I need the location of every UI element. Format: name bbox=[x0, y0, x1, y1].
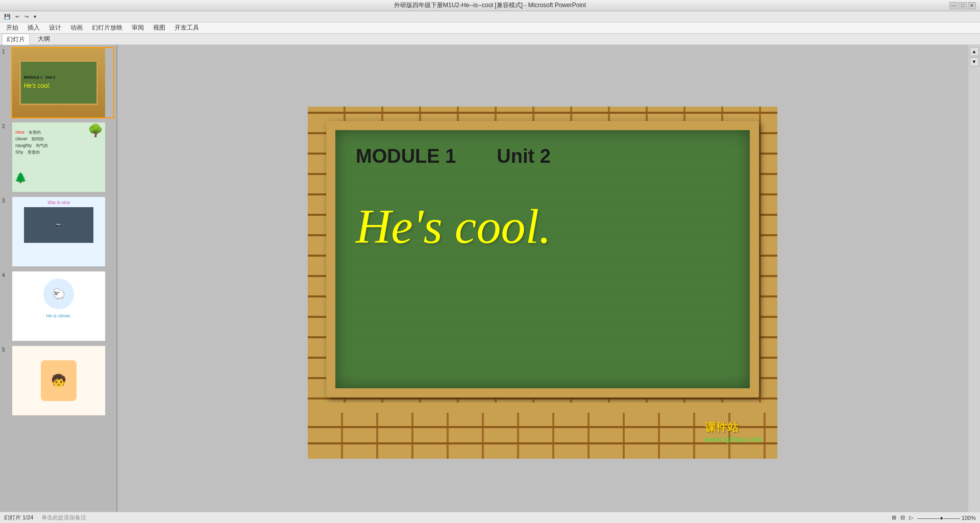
save-btn[interactable]: 💾 bbox=[2, 13, 12, 20]
chalkboard: MODULE 1 Unit 2 He's cool. bbox=[326, 121, 759, 397]
undo-btn[interactable]: ↩ bbox=[13, 13, 21, 20]
menu-developer[interactable]: 开发工具 bbox=[170, 22, 203, 33]
word-clever-cn: 聪明的 bbox=[32, 136, 44, 142]
ledge-top-strip bbox=[308, 403, 777, 413]
watermark: 课件站 www.kjzhan.com bbox=[705, 420, 762, 443]
tab-outline[interactable]: 大纲 bbox=[34, 34, 54, 44]
slide-preview-4[interactable]: 🐑 He is clever. bbox=[11, 270, 114, 342]
watermark-url: www.kjzhan.com bbox=[705, 435, 762, 443]
slide-thumb-5: 5 🧒 bbox=[2, 345, 114, 416]
s3-title: She is nice bbox=[15, 200, 102, 205]
status-bar: 幻灯片 1/24 单击此处添加备注 ⊞ ⊟ ▷ ————●——— 100% bbox=[0, 512, 980, 523]
normal-view-btn[interactable]: ⊞ bbox=[892, 514, 896, 521]
slideshow-btn[interactable]: ▷ bbox=[909, 514, 913, 521]
tab-slides[interactable]: 幻灯片 bbox=[2, 34, 30, 45]
slide-num-1: 1 bbox=[2, 47, 9, 55]
slide-panel[interactable]: 1 MODULE 1 Unit 2 He's cool. 2 bbox=[0, 45, 117, 520]
word-nice-cn: 友善的 bbox=[29, 130, 41, 135]
slide-thumb-3: 3 She is nice 📷 bbox=[2, 196, 114, 267]
slide-preview-1[interactable]: MODULE 1 Unit 2 He's cool. bbox=[11, 47, 114, 118]
s4-caption: He is clever. bbox=[46, 313, 71, 318]
slide-num-5: 5 bbox=[2, 345, 9, 353]
slide-area: MODULE 1 Unit 2 He's cool. 课件站 www.kjzha… bbox=[117, 45, 968, 520]
main-slide[interactable]: MODULE 1 Unit 2 He's cool. 课件站 www.kjzha… bbox=[308, 107, 777, 459]
redo-btn[interactable]: ↪ bbox=[22, 13, 31, 20]
s5-character: 🧒 bbox=[41, 360, 77, 401]
slide-thumb-4: 4 🐑 He is clever. bbox=[2, 270, 114, 342]
module-unit-line: MODULE 1 Unit 2 bbox=[356, 145, 551, 167]
slide-preview-2[interactable]: 🌳 🌲 nice 友善的 clever 聪明的 bbox=[11, 121, 114, 193]
s4-character: 🐑 bbox=[43, 279, 74, 309]
right-scroll-up[interactable]: ▲ bbox=[970, 47, 979, 56]
slide-thumb-1: 1 MODULE 1 Unit 2 He's cool. bbox=[2, 47, 114, 118]
word-shy: Shy bbox=[15, 150, 23, 155]
slide-thumb-2: 2 🌳 🌲 nice 友善的 clever 聪明的 bbox=[2, 121, 114, 193]
menu-animation[interactable]: 动画 bbox=[66, 22, 87, 33]
more-btn[interactable]: ▾ bbox=[32, 13, 38, 20]
s3-photo: 📷 bbox=[24, 207, 93, 243]
restore-btn[interactable]: □ bbox=[959, 2, 967, 9]
menu-home[interactable]: 开始 bbox=[2, 22, 22, 33]
slide-num-2: 2 bbox=[2, 121, 9, 129]
menu-design[interactable]: 设计 bbox=[45, 22, 65, 33]
panel-tab-bar: 幻灯片 大纲 bbox=[0, 34, 980, 45]
s1-main-text: He's cool. bbox=[24, 82, 51, 89]
slide-preview-3[interactable]: She is nice 📷 bbox=[11, 196, 114, 267]
word-clever: clever bbox=[15, 136, 28, 142]
slide-num-4: 4 bbox=[2, 270, 9, 278]
slide-num-3: 3 bbox=[2, 196, 9, 204]
zoom-slider[interactable]: ————●——— 100% bbox=[917, 515, 976, 521]
module-label: MODULE 1 bbox=[356, 145, 456, 167]
s1-module-label: MODULE 1 Unit 2 bbox=[24, 76, 55, 79]
slide-sorter-btn[interactable]: ⊟ bbox=[900, 514, 905, 521]
close-btn[interactable]: ✕ bbox=[968, 2, 976, 9]
menu-slideshow[interactable]: 幻灯片放映 bbox=[88, 22, 127, 33]
menu-insert[interactable]: 插入 bbox=[23, 22, 44, 33]
main-layout: 1 MODULE 1 Unit 2 He's cool. 2 bbox=[0, 45, 980, 520]
notes-hint: 单击此处添加备注 bbox=[41, 514, 86, 521]
slide-preview-5[interactable]: 🧒 bbox=[11, 345, 114, 416]
quick-access-toolbar: 💾 ↩ ↪ ▾ bbox=[0, 11, 980, 22]
word-naughty-cn: 淘气的 bbox=[36, 143, 48, 148]
menu-view[interactable]: 视图 bbox=[149, 22, 169, 33]
word-naughty: naughty bbox=[15, 143, 32, 148]
word-nice: nice bbox=[15, 130, 24, 135]
slide-count: 幻灯片 1/24 bbox=[4, 514, 33, 521]
watermark-cn-text: 课件站 bbox=[705, 420, 762, 435]
tree-deco-left: 🌲 bbox=[14, 171, 27, 184]
minimize-btn[interactable]: — bbox=[949, 2, 958, 9]
title-bar: 外研版四年级下册M1U2-He--is--cool [兼容模式] - Micro… bbox=[0, 0, 980, 11]
menu-bar: 开始 插入 设计 动画 幻灯片放映 审阅 视图 开发工具 bbox=[0, 22, 980, 34]
window-title: 外研版四年级下册M1U2-He--is--cool [兼容模式] - Micro… bbox=[394, 1, 586, 10]
main-title-text: He's cool. bbox=[356, 198, 551, 255]
right-scroll-down[interactable]: ▼ bbox=[970, 57, 979, 66]
unit-label: Unit 2 bbox=[497, 145, 551, 167]
menu-review[interactable]: 审阅 bbox=[128, 22, 148, 33]
word-shy-cn: 害羞的 bbox=[28, 150, 40, 155]
tree-deco-right: 🌳 bbox=[88, 123, 103, 138]
window-controls[interactable]: — □ ✕ bbox=[949, 2, 976, 9]
right-panel: ▲ ▼ bbox=[968, 45, 980, 520]
